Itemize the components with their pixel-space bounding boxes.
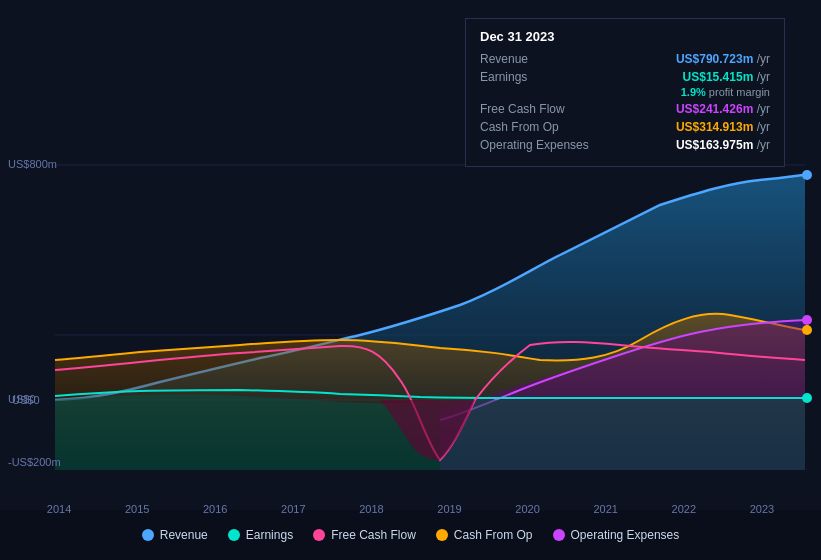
x-label-2023: 2023: [750, 503, 774, 515]
tooltip-value-opex: US$163.975m /yr: [676, 138, 770, 152]
tooltip-sub-earnings: 1.9% profit margin: [480, 86, 770, 98]
x-label-2021: 2021: [593, 503, 617, 515]
legend-dot-earnings: [228, 529, 240, 541]
svg-point-8: [802, 393, 812, 403]
legend-dot-fcf: [313, 529, 325, 541]
tooltip-value-fcf: US$241.426m /yr: [676, 102, 770, 116]
tooltip-label-earnings: Earnings: [480, 70, 527, 84]
y-axis-mid: US$0: [8, 393, 36, 405]
legend-label-fcf: Free Cash Flow: [331, 528, 416, 542]
tooltip-value-cashfromop: US$314.913m /yr: [676, 120, 770, 134]
legend-fcf[interactable]: Free Cash Flow: [313, 528, 416, 542]
tooltip-label-opex: Operating Expenses: [480, 138, 589, 152]
chart-legend: Revenue Earnings Free Cash Flow Cash Fro…: [0, 520, 821, 550]
tooltip-row-earnings: Earnings US$15.415m /yr: [480, 70, 770, 84]
x-label-2017: 2017: [281, 503, 305, 515]
x-label-2020: 2020: [515, 503, 539, 515]
legend-dot-opex: [553, 529, 565, 541]
legend-label-earnings: Earnings: [246, 528, 293, 542]
x-axis: 2014 2015 2016 2017 2018 2019 2020 2021 …: [0, 503, 821, 515]
tooltip-label-fcf: Free Cash Flow: [480, 102, 565, 116]
x-label-2015: 2015: [125, 503, 149, 515]
x-label-2016: 2016: [203, 503, 227, 515]
x-label-2014: 2014: [47, 503, 71, 515]
x-label-2018: 2018: [359, 503, 383, 515]
tooltip-value-revenue: US$790.723m /yr: [676, 52, 770, 66]
legend-label-opex: Operating Expenses: [571, 528, 680, 542]
legend-dot-revenue: [142, 529, 154, 541]
svg-point-9: [802, 315, 812, 325]
tooltip-row-revenue: Revenue US$790.723m /yr: [480, 52, 770, 66]
legend-cashfromop[interactable]: Cash From Op: [436, 528, 533, 542]
tooltip-row-opex: Operating Expenses US$163.975m /yr: [480, 138, 770, 152]
y-axis-top: US$800m: [8, 158, 57, 170]
tooltip-row-cashfromop: Cash From Op US$314.913m /yr: [480, 120, 770, 134]
x-label-2022: 2022: [672, 503, 696, 515]
legend-opex[interactable]: Operating Expenses: [553, 528, 680, 542]
tooltip-panel: Dec 31 2023 Revenue US$790.723m /yr Earn…: [465, 18, 785, 167]
svg-point-6: [802, 170, 812, 180]
tooltip-row-fcf: Free Cash Flow US$241.426m /yr: [480, 102, 770, 116]
legend-dot-cashfromop: [436, 529, 448, 541]
tooltip-label-revenue: Revenue: [480, 52, 528, 66]
tooltip-value-earnings: US$15.415m /yr: [683, 70, 770, 84]
tooltip-title: Dec 31 2023: [480, 29, 770, 44]
y-axis-bot: -US$200m: [8, 456, 61, 468]
svg-point-7: [802, 325, 812, 335]
legend-label-cashfromop: Cash From Op: [454, 528, 533, 542]
x-label-2019: 2019: [437, 503, 461, 515]
legend-earnings[interactable]: Earnings: [228, 528, 293, 542]
legend-label-revenue: Revenue: [160, 528, 208, 542]
tooltip-label-cashfromop: Cash From Op: [480, 120, 559, 134]
legend-revenue[interactable]: Revenue: [142, 528, 208, 542]
